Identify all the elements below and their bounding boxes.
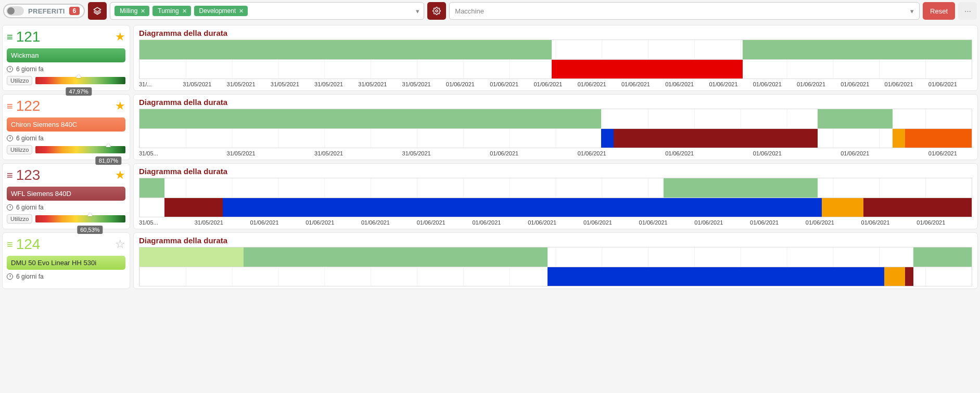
chevron-down-icon: ▾ [910,7,914,15]
chevron-down-icon: ▾ [416,7,419,15]
favorite-star-icon[interactable]: ★ [115,30,125,44]
last-seen-text: 6 giorni fa [16,204,44,211]
chart-segment [664,178,818,198]
svg-marker-0 [94,7,101,11]
utilization-row: Utilizzo81,07% [7,145,125,154]
machine-id: 123 [16,167,41,184]
chart-segment [893,129,905,148]
machine-row: ≡123★WFL Siemens 840D6 giorni faUtilizzo… [2,163,978,229]
chart-segment [818,109,893,128]
utilization-label: Utilizzo [7,214,32,224]
machine-name: WFL Siemens 840D [7,187,125,201]
last-seen: 6 giorni fa [7,66,125,73]
machine-name: Chiron Siemens 840C [7,117,125,132]
chart-segment [548,267,885,286]
chart-segment [552,60,743,78]
last-seen-text: 6 giorni fa [16,273,44,280]
favorites-toggle[interactable]: PREFERITI 6 [3,4,85,18]
reset-button[interactable]: Reset [923,2,955,20]
chart-track [139,109,972,128]
more-button[interactable]: ⋯ [958,2,977,20]
machine-card[interactable]: ≡122★Chiron Siemens 840C6 giorni faUtili… [2,94,130,160]
machine-card[interactable]: ≡124☆DMU 50 Evo Linear HH 530i6 giorni f… [2,232,130,289]
machine-row: ≡121★Wickman6 giorni faUtilizzo47,97%Dia… [2,25,978,91]
tag-milling[interactable]: Milling✕ [114,6,149,16]
utilization-pointer [87,213,93,216]
chart-segment [601,129,614,148]
chart-axis: 31/...31/05/202131/05/202131/05/202131/0… [139,81,972,87]
utilization-tooltip: 47,97% [66,87,92,96]
chart-segment [139,109,601,128]
tag-turning[interactable]: Turning✕ [152,6,190,16]
last-seen-text: 6 giorni fa [16,66,44,73]
favorites-count-badge: 6 [69,7,80,15]
favorite-star-icon[interactable]: ☆ [115,238,125,251]
tag-development[interactable]: Development✕ [194,6,248,16]
utilization-tooltip: 81,07% [96,156,121,165]
chart-segment [614,129,818,148]
chart-title: Diagramma della durata [139,167,972,176]
clock-icon [7,273,13,280]
machine-name: DMU 50 Evo Linear HH 530i [7,256,125,270]
top-toolbar: PREFERITI 6 Milling✕ Turning✕ Developmen… [0,0,980,22]
chart-track [139,267,972,286]
menu-icon[interactable]: ≡ [7,239,13,250]
favorites-label: PREFERITI [28,7,65,15]
utilization-label: Utilizzo [7,145,32,154]
utilization-pointer [76,74,81,78]
chart-track [139,198,972,217]
layers-button[interactable] [88,2,107,20]
settings-button[interactable] [427,2,446,20]
chart-track [139,40,972,59]
chart-segment [913,247,972,267]
chart-segment [139,247,244,267]
duration-chart: Diagramma della durata31/05...31/05/2021… [133,94,978,160]
machine-id: 121 [16,29,41,45]
close-icon[interactable]: ✕ [239,8,244,15]
favorite-star-icon[interactable]: ★ [115,99,125,113]
tag-filter-select[interactable]: Milling✕ Turning✕ Development✕ ▾ [110,2,424,20]
svg-point-1 [436,10,438,12]
machine-card[interactable]: ≡123★WFL Siemens 840D6 giorni faUtilizzo… [2,163,130,229]
chart-segment [743,40,972,59]
duration-chart: Diagramma della durata [133,232,978,289]
duration-chart: Diagramma della durata31/...31/05/202131… [133,25,978,91]
chart-segment [884,267,905,286]
chart-segment [244,247,548,267]
favorite-star-icon[interactable]: ★ [115,168,125,182]
chart-track [139,178,972,198]
utilization-bar: 81,07% [35,146,125,153]
chart-track [139,59,972,79]
utilization-tooltip: 60,53% [77,226,103,234]
clock-icon [7,204,13,211]
chart-axis: 31/05...31/05/202131/05/202131/05/202101… [139,150,972,156]
chart-title: Diagramma della durata [139,236,972,245]
utilization-pointer [106,143,111,147]
chart-segment [905,267,913,286]
chart-track [139,128,972,148]
utilization-row: Utilizzo47,97% [7,76,125,85]
menu-icon[interactable]: ≡ [7,101,13,111]
chart-axis: 31/05...31/05/202101/06/202101/06/202101… [139,219,972,226]
last-seen: 6 giorni fa [7,273,125,280]
chart-segment [164,198,223,217]
chart-segment [905,129,972,148]
menu-icon[interactable]: ≡ [7,32,13,42]
machine-select[interactable]: Macchine ▾ [449,2,920,20]
machine-list: ≡121★Wickman6 giorni faUtilizzo47,97%Dia… [0,25,980,289]
utilization-bar: 60,53% [35,215,125,222]
chart-segment [223,198,664,217]
utilization-label: Utilizzo [7,76,32,85]
chart-segment [139,40,552,59]
chart-title: Diagramma della durata [139,98,972,107]
chart-segment [863,198,972,217]
last-seen-text: 6 giorni fa [16,135,44,142]
close-icon[interactable]: ✕ [141,8,145,15]
toggle-switch[interactable] [6,6,24,16]
close-icon[interactable]: ✕ [182,8,187,15]
machine-row: ≡122★Chiron Siemens 840C6 giorni faUtili… [2,94,978,160]
machine-card[interactable]: ≡121★Wickman6 giorni faUtilizzo47,97% [2,25,130,91]
menu-icon[interactable]: ≡ [7,170,13,180]
clock-icon [7,66,13,72]
chart-segment [664,198,822,217]
